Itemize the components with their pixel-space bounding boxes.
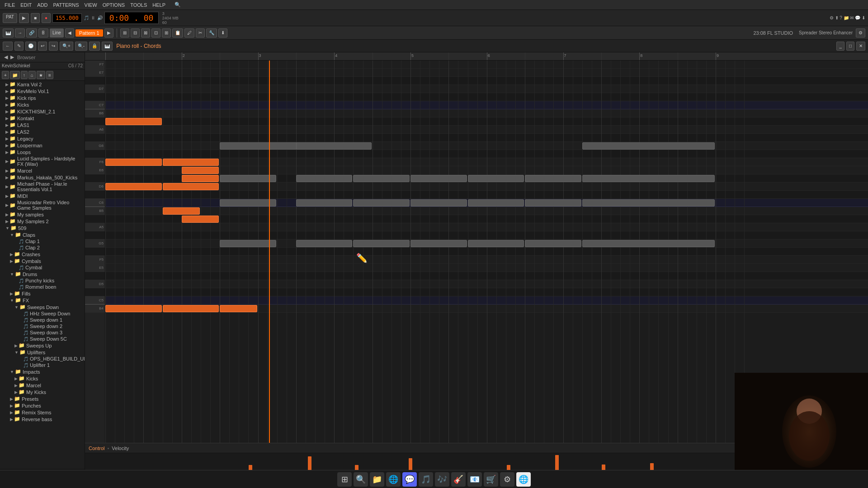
sidebar-item-sweep_down_1[interactable]: ▶🎵Sweep down 1 xyxy=(0,317,85,323)
pr-close-btn[interactable]: ← xyxy=(3,42,13,51)
note-13[interactable] xyxy=(296,175,353,182)
pr-close[interactable]: ✕ xyxy=(856,42,865,51)
sidebar-item-lucid_samples_-_hardstyle_fx_(wav)[interactable]: ▶📁Lucid Samples - Hardstyle FX (Wav) xyxy=(0,155,85,167)
sidebar-item-cymbal[interactable]: ▶🎵Cymbal xyxy=(0,264,85,271)
key-b5[interactable]: B5 xyxy=(85,207,105,215)
note-6[interactable] xyxy=(182,175,219,182)
key-e5[interactable]: E5 xyxy=(85,264,105,272)
key-d5[interactable]: D5 xyxy=(85,280,105,288)
tb2-quantize5[interactable]: ⊞ xyxy=(162,28,171,38)
sidebar-item-karra_vol_2[interactable]: ▶📁Karra Vol 2 xyxy=(0,81,85,88)
key-d7[interactable]: D7 xyxy=(85,85,105,93)
pr-tool4[interactable]: ↪ xyxy=(49,42,58,51)
sidebar-item-sweep_down_5c[interactable]: ▶🎵Sweep Down 5C xyxy=(0,336,85,342)
note-2[interactable] xyxy=(163,159,219,166)
note-29[interactable] xyxy=(582,240,715,247)
note-12[interactable] xyxy=(296,199,353,206)
key-b6[interactable]: B6 xyxy=(85,109,105,117)
menu-help[interactable]: HELP xyxy=(150,2,168,8)
sidebar-item-claps[interactable]: ▼📁Claps xyxy=(0,231,85,238)
note-23[interactable] xyxy=(468,240,524,247)
key-f6[interactable]: F6 xyxy=(85,158,105,166)
key-g5[interactable]: G5 xyxy=(85,239,105,248)
tb2-quantize6[interactable]: 📋 xyxy=(172,28,183,38)
sidebar-item-marcel[interactable]: ▶📁Marcel xyxy=(0,382,85,389)
sidebar-item-loops[interactable]: ▶📁Loops xyxy=(0,149,85,155)
pr-tool3[interactable]: ↩ xyxy=(38,42,47,51)
menu-edit[interactable]: EDIT xyxy=(18,2,34,8)
sidebar-item-looperman[interactable]: ▶📁Looperman xyxy=(0,142,85,149)
sidebar-item-kicks[interactable]: ▶📁Kicks xyxy=(0,101,85,108)
note-18[interactable] xyxy=(410,199,467,206)
key-g#6[interactable] xyxy=(85,134,105,142)
sidebar-item-michael_phase_-_har.le_essentials_vol.1[interactable]: ▶📁Michael Phase - Har.le Essentials Vol.… xyxy=(0,181,85,192)
menu-tools[interactable]: TOOLS xyxy=(127,2,150,8)
sidebar-item-sweeps_down[interactable]: ▼📁Sweeps Down xyxy=(0,304,85,310)
pr-tool2[interactable]: 🕐 xyxy=(25,42,36,51)
sidebar-item-remix_stems[interactable]: ▶📁Remix Stems xyxy=(0,409,85,416)
sidebar-item-punchy_kicks[interactable]: ▶🎵Punchy kicks xyxy=(0,277,85,284)
key-a#5[interactable] xyxy=(85,215,105,223)
key-d#7[interactable] xyxy=(85,77,105,85)
tb2-quantize2[interactable]: ⊟ xyxy=(131,28,140,38)
note-4[interactable] xyxy=(105,183,162,190)
tb2-tool4[interactable]: ⬇ xyxy=(218,28,227,38)
note-14[interactable] xyxy=(296,240,353,247)
note-20[interactable] xyxy=(410,240,467,247)
tb2-next-btn[interactable]: ▶ xyxy=(104,28,113,38)
key-d6[interactable]: D6 xyxy=(85,183,105,191)
tb2-quantize4[interactable]: ⊡ xyxy=(151,28,160,38)
sidebar-item-kevmelo_vol.1[interactable]: ▶📁KevMelo Vol.1 xyxy=(0,88,85,94)
sidebar-item-uplifters[interactable]: ▼📁Uplifters xyxy=(0,349,85,356)
key-b4[interactable]: B4 xyxy=(85,305,105,313)
taskbar-store[interactable]: 🛒 xyxy=(484,472,498,487)
sidebar-item-sweep_down_3[interactable]: ▶🎵Sweep down 3 xyxy=(0,329,85,336)
sidebar-item-marcel[interactable]: ▶📁Marcel xyxy=(0,167,85,174)
menu-options[interactable]: OPTIONS xyxy=(100,2,128,8)
note-25[interactable] xyxy=(525,175,581,182)
sidebar-folder-btn[interactable]: 📁 xyxy=(10,71,20,79)
tb2-settings-btn[interactable]: ⚙ xyxy=(856,28,865,38)
sidebar-forward-btn[interactable]: ▶ xyxy=(9,54,15,61)
note-0[interactable] xyxy=(105,118,162,125)
note-8[interactable] xyxy=(182,216,219,223)
note-22[interactable] xyxy=(468,175,524,182)
sidebar-item-clap_2[interactable]: ▶🎵Clap 2 xyxy=(0,244,85,251)
key-a6[interactable]: A6 xyxy=(85,126,105,134)
menu-view[interactable]: VIEW xyxy=(82,2,100,8)
sidebar-back-btn[interactable]: ◀ xyxy=(3,54,9,61)
pr-minimize[interactable]: _ xyxy=(836,42,844,51)
taskbar-music3[interactable]: 🎸 xyxy=(451,472,466,487)
key-d#6[interactable] xyxy=(85,174,105,183)
note-21[interactable] xyxy=(468,199,524,206)
sidebar-item-midi[interactable]: ▶📁MIDI xyxy=(0,192,85,199)
sidebar-item-ops_hbge1_build_up_01_150_riser[interactable]: ▶🎵OPS_HBGE1_BUILD_UP_01_150_RISER xyxy=(0,356,85,362)
sidebar-home-btn[interactable]: ⌂ xyxy=(28,71,36,79)
key-c5[interactable]: C5 xyxy=(85,296,105,305)
play-button[interactable]: ▶ xyxy=(19,13,29,23)
sidebar-item-my_samples[interactable]: ▶📁My samples xyxy=(0,211,85,218)
sidebar-item-las2[interactable]: ▶📁LAS2 xyxy=(0,128,85,135)
note-24[interactable] xyxy=(525,199,581,206)
sidebar-item-kick_rips[interactable]: ▶📁Kick rips xyxy=(0,94,85,101)
sidebar-fav-btn[interactable]: ★ xyxy=(37,71,45,79)
taskbar-mail[interactable]: 📧 xyxy=(467,472,482,487)
taskbar-discord[interactable]: 💬 xyxy=(402,472,417,487)
note-5[interactable] xyxy=(163,183,219,190)
sidebar-item-crashes[interactable]: ▶📁Crashes xyxy=(0,251,85,258)
sidebar-item-fills[interactable]: ▶📁Fills xyxy=(0,290,85,297)
note-33[interactable] xyxy=(105,305,162,312)
record-button[interactable]: ● xyxy=(42,13,51,23)
sidebar-item-rommel_boen[interactable]: ▶🎵Rommel boen xyxy=(0,284,85,290)
note-31[interactable] xyxy=(296,142,372,150)
tab-control[interactable]: Control xyxy=(89,446,104,451)
tb2-mixer-btn[interactable]: 🎚 xyxy=(38,28,48,38)
taskbar-music1[interactable]: 🎵 xyxy=(419,472,433,487)
key-e6[interactable]: E6 xyxy=(85,166,105,174)
note-32[interactable] xyxy=(582,142,715,150)
sidebar-item-legacy[interactable]: ▶📁Legacy xyxy=(0,135,85,142)
taskbar-search[interactable]: 🔍 xyxy=(354,472,368,487)
pr-tool1[interactable]: ✎ xyxy=(14,42,24,51)
tb2-prev-btn[interactable]: ◀ xyxy=(65,28,74,38)
menu-file[interactable]: FILE xyxy=(2,2,18,8)
